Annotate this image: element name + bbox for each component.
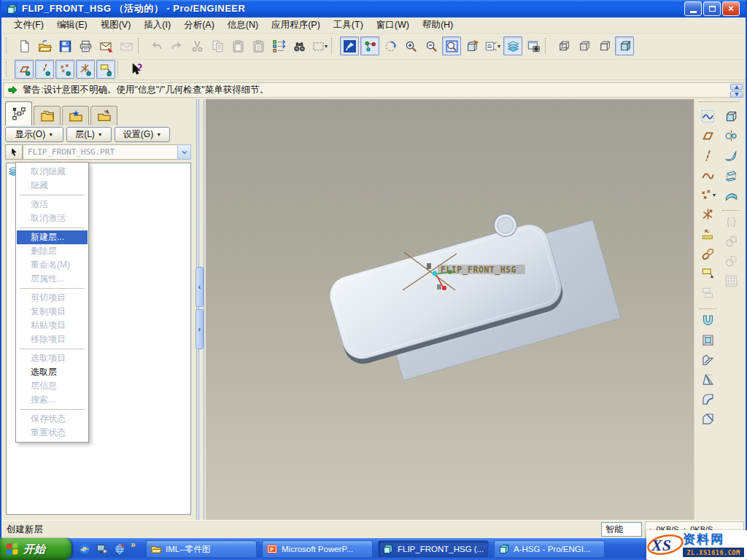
- dropdown-caret-icon[interactable]: ▾: [713, 192, 716, 198]
- task-button-2[interactable]: FLIP_FRONT_HSG (...: [378, 540, 489, 558]
- draft-button[interactable]: [698, 370, 717, 389]
- no-hidden-button[interactable]: [595, 36, 614, 55]
- task-button-0[interactable]: IML--零件图: [146, 540, 257, 558]
- select-tool-button[interactable]: [5, 144, 23, 160]
- boundary-blend-button[interactable]: [721, 185, 740, 204]
- select-box-button[interactable]: ▾: [310, 36, 329, 55]
- sketcher-display-button[interactable]: [340, 36, 359, 55]
- datum-csys-button[interactable]: [698, 205, 717, 224]
- tab-model-tree[interactable]: [5, 101, 32, 125]
- zoom-out-button[interactable]: [422, 36, 441, 55]
- restore-button[interactable]: [703, 1, 721, 16]
- copy-geometry-button[interactable]: [698, 244, 717, 263]
- panel-splitter[interactable]: ‹ ›: [194, 99, 206, 520]
- context-help-button[interactable]: [126, 60, 145, 79]
- datum-plane-button[interactable]: [698, 126, 717, 145]
- print-button[interactable]: [76, 36, 95, 55]
- message-scroll-up-button[interactable]: [730, 84, 743, 90]
- quick-launch-overflow-chevron[interactable]: »: [131, 540, 136, 550]
- zoom-in-button[interactable]: [401, 36, 420, 55]
- datum-axis-button[interactable]: [698, 146, 717, 165]
- annotation-display-button[interactable]: [96, 60, 115, 79]
- internet-explorer-icon[interactable]: e: [78, 542, 91, 556]
- shaded-button[interactable]: [615, 36, 634, 55]
- task-button-3[interactable]: A-HSG - Pro/ENGI...: [494, 540, 605, 558]
- collapse-left-handle[interactable]: ‹: [196, 267, 204, 307]
- menu-analysis[interactable]: 分析(A): [177, 18, 221, 33]
- csys-display-button[interactable]: [76, 60, 95, 79]
- menu-applications[interactable]: 应用程序(P): [265, 18, 327, 33]
- datum-curve-icon: [701, 168, 715, 182]
- find-button[interactable]: [290, 36, 309, 55]
- sweep-button[interactable]: [721, 146, 740, 165]
- hole-button[interactable]: [698, 311, 717, 330]
- wireframe-button[interactable]: [554, 36, 573, 55]
- collapse-right-handle[interactable]: ›: [196, 309, 204, 349]
- active-object-combo[interactable]: FLIP_FRONT_HSG.PRT: [23, 144, 177, 160]
- axis-display-button[interactable]: [35, 60, 54, 79]
- context-menu-item-select-layer[interactable]: 选取层: [17, 365, 88, 379]
- message-scroll-down-button[interactable]: [730, 91, 743, 98]
- extrude-button[interactable]: [721, 106, 740, 125]
- menu-insert[interactable]: 插入(I): [137, 18, 177, 33]
- tab-folder-browser[interactable]: [34, 106, 61, 125]
- task-button-1[interactable]: PMicrosoft PowerP...: [262, 540, 373, 558]
- menu-file[interactable]: 文件(F): [7, 18, 50, 33]
- view-manager-button[interactable]: [524, 36, 543, 55]
- new-file-button[interactable]: [15, 36, 34, 55]
- shell-button[interactable]: [698, 330, 717, 349]
- open-file-button[interactable]: [35, 36, 54, 55]
- point-display-button[interactable]: [55, 60, 74, 79]
- round-button[interactable]: [698, 389, 717, 408]
- note-button[interactable]: [698, 264, 717, 283]
- context-menu-item-new-layer[interactable]: 新建层...: [17, 230, 88, 244]
- menu-separator: [20, 349, 85, 349]
- show-dropdown-button[interactable]: 显示(O)▼: [5, 127, 63, 142]
- save-button[interactable]: [55, 36, 74, 55]
- reorient-button[interactable]: [462, 36, 481, 55]
- revolve-button[interactable]: [721, 126, 740, 145]
- layer-dropdown-button[interactable]: 层(L)▼: [66, 127, 112, 142]
- plane-display-button[interactable]: [15, 60, 34, 79]
- style-tool-button[interactable]: [698, 106, 717, 125]
- menu-edit[interactable]: 编辑(E): [50, 18, 94, 33]
- layer-display-button[interactable]: [503, 36, 522, 55]
- menu-tools[interactable]: 工具(T): [327, 18, 370, 33]
- settings-dropdown-button[interactable]: 设置(G)▼: [115, 127, 170, 142]
- context-help-icon: [129, 63, 143, 77]
- refit-button[interactable]: [442, 36, 461, 55]
- datum-curve-button[interactable]: [698, 166, 717, 184]
- dropdown-caret-icon[interactable]: ▾: [325, 43, 328, 50]
- saved-views-button[interactable]: ▾: [483, 36, 502, 55]
- tab-history[interactable]: [90, 106, 117, 125]
- rib-button[interactable]: [698, 350, 717, 369]
- menu-help[interactable]: 帮助(H): [416, 18, 460, 33]
- merge-icon: [724, 215, 738, 229]
- browser-icon[interactable]: [113, 542, 126, 556]
- minimize-button[interactable]: [684, 1, 702, 16]
- spin-center-button[interactable]: [360, 36, 379, 55]
- graphics-viewport[interactable]: FLIP_FRONT_HSG: [206, 99, 700, 520]
- chamfer-button[interactable]: [698, 409, 717, 428]
- undo-icon: [150, 39, 163, 53]
- round-icon: [701, 392, 715, 406]
- tab-favorites[interactable]: [62, 106, 89, 125]
- start-button[interactable]: 开始: [0, 538, 71, 560]
- spin-center-icon: [363, 39, 377, 53]
- datum-point-button[interactable]: ▾: [698, 185, 717, 204]
- menu-view[interactable]: 视图(V): [94, 18, 138, 33]
- show-desktop-icon[interactable]: [96, 542, 109, 556]
- regenerate-button[interactable]: [269, 36, 288, 55]
- menu-window[interactable]: 窗口(W): [370, 18, 416, 33]
- hidden-line-button[interactable]: [574, 36, 593, 55]
- orient-mode-button[interactable]: [381, 36, 400, 55]
- datum-display-toolbar: [1, 60, 746, 80]
- close-button[interactable]: ×: [722, 1, 740, 16]
- combo-chevron-button[interactable]: [177, 144, 191, 160]
- send-email-button[interactable]: [96, 36, 115, 55]
- sketched-point-button[interactable]: [698, 225, 717, 244]
- selection-filter-combo[interactable]: 智能: [601, 522, 642, 537]
- blend-button[interactable]: [721, 166, 740, 184]
- menu-info[interactable]: 信息(N): [221, 18, 265, 33]
- dropdown-caret-icon[interactable]: ▾: [498, 43, 500, 50]
